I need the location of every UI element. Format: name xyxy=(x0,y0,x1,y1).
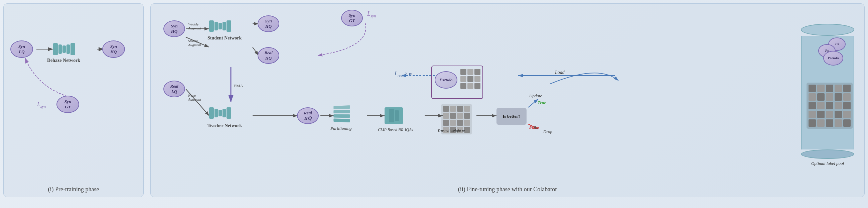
svg-line-15 xyxy=(186,89,209,116)
node-real-lq: RealLQ xyxy=(163,81,185,97)
is-better-box: Is better? xyxy=(496,108,527,125)
drop-label: Drop xyxy=(543,129,552,135)
lreal-w-label: Lreal × w xyxy=(395,70,412,77)
dehaze-network xyxy=(53,43,75,55)
student-network-label: Student Network xyxy=(208,35,242,41)
cylinder-grid xyxy=(807,83,852,129)
node-syn-gt-upper: SynGT xyxy=(341,10,363,26)
optimal-label-pool: Ps Ps Pseudo xyxy=(801,24,854,166)
load-label: Load xyxy=(555,70,565,75)
left-panel: SynLQ Dehaze Network SynHQ SynGT Lsyn (i… xyxy=(3,3,144,197)
node-syn-hq-out: SynHQ xyxy=(257,16,279,32)
false-label: False xyxy=(529,125,539,130)
none-augment-label: NoneAugment xyxy=(188,93,201,101)
partitioning-stack xyxy=(333,106,350,122)
pseudo-grid xyxy=(460,69,480,89)
right-panel: SynHQ WeaklyAugment StrongAugment Studen… xyxy=(150,3,865,197)
clip-nriqa-block xyxy=(384,107,403,124)
node-syn-hq: SynHQ xyxy=(102,40,125,58)
right-panel-label: (ii) Fine-tuning phase with our Colabato… xyxy=(458,186,557,193)
partitioning-label: Partitioning xyxy=(331,126,352,131)
node-syn-hq-input: SynHQ xyxy=(163,21,185,37)
lsyn-label-right: Lsyn xyxy=(367,10,376,19)
main-container: SynLQ Dehaze Network SynHQ SynGT Lsyn (i… xyxy=(0,0,868,208)
strong-augment-label: StrongAugment xyxy=(188,39,201,47)
left-panel-label: (i) Pre-training phase xyxy=(48,186,99,193)
optimal-pool-label: Optimal label pool xyxy=(801,161,854,166)
ema-label: EMA xyxy=(234,83,243,89)
teacher-network xyxy=(209,107,231,119)
node-syn-lq: SynLQ xyxy=(10,40,33,58)
dehaze-network-label: Dehaze Network xyxy=(47,58,80,63)
true-label: True xyxy=(537,100,546,105)
node-real-hq-out: RealHQ xyxy=(257,47,279,64)
pseudo-grid-box: Pseudo xyxy=(431,65,483,99)
teacher-network-label: Teacher Network xyxy=(208,123,242,128)
update-label: Update xyxy=(529,93,542,99)
weakly-augment-label: WeaklyAugment xyxy=(188,22,201,30)
node-syn-gt: SynGT xyxy=(57,96,79,113)
node-real-hq-teacher: RealHQ̄ xyxy=(297,107,319,124)
svg-line-22 xyxy=(528,99,538,107)
pseudo-oval: Pseudo xyxy=(435,71,457,89)
student-network xyxy=(209,21,231,32)
lsyn-label-left: Lsyn xyxy=(37,101,46,109)
trusted-weight-label: Trusted weight w xyxy=(437,128,465,133)
clip-nriqa-label: CLIP Based NR-IQAs xyxy=(378,127,413,132)
right-panel-arrows xyxy=(151,4,864,197)
